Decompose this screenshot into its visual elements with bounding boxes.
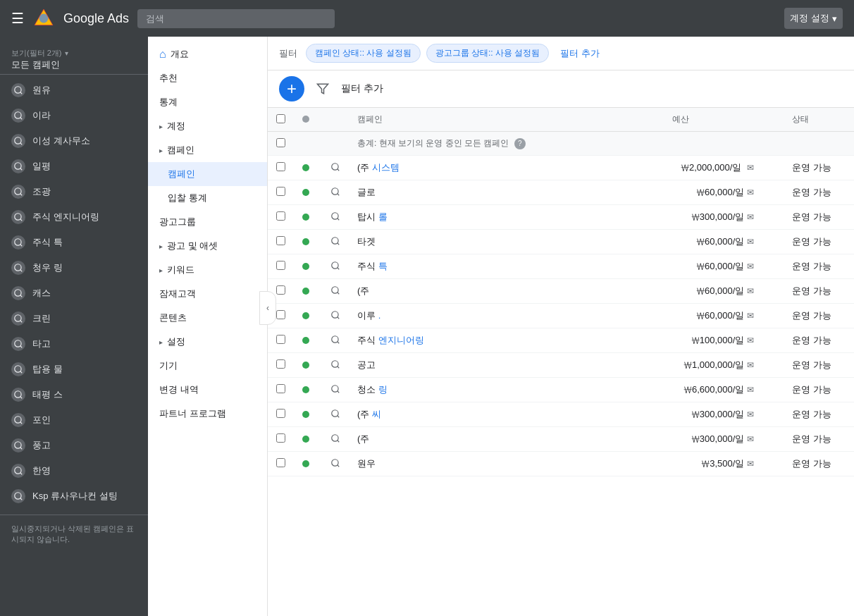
sec-sidebar-item-recommend[interactable]: 추천 [148, 66, 267, 90]
state-cell: 운영 가능 [784, 156, 854, 180]
sidebar-item-typhoon[interactable]: 태평 스 [0, 382, 148, 407]
row-checkbox[interactable] [276, 285, 285, 295]
campaign-link[interactable]: 링 [378, 384, 388, 395]
sidebar-item-label: 일평 [32, 160, 137, 173]
add-filter-button[interactable]: 필터 추가 [555, 44, 605, 63]
sidebar-item-cast[interactable]: 캐스 [0, 281, 148, 306]
campaigns-table: 캠페인 예산 상태 총계: 현재 보기의 운영 중인 모든 캠페인 ? [268, 108, 854, 476]
sec-sidebar-item-history[interactable]: 변경 내역 [148, 378, 267, 402]
sec-sidebar-item-content[interactable]: 콘텐츠 [148, 306, 267, 330]
table-row: 이루 . ₩60,000/일 ✉ 운영 가능 [268, 304, 854, 328]
add-campaign-button[interactable]: + [279, 76, 304, 101]
sec-sidebar-item-settings[interactable]: ▸설정 [148, 330, 267, 354]
search-icon [330, 310, 340, 320]
sidebar-item-stock1[interactable]: 주식 엔지니어링 [0, 204, 148, 230]
row-checkbox[interactable] [276, 211, 285, 221]
sec-sidebar-item-overview[interactable]: ⌂개요 [148, 42, 267, 66]
table-row: (주 ₩60,000/일 ✉ 운영 가능 [268, 279, 854, 304]
row-checkbox[interactable] [276, 384, 285, 393]
account-button[interactable]: 계정 설정 ▾ [784, 8, 843, 29]
sec-sidebar-label: 키워드 [167, 264, 194, 276]
sidebar-item-hankuk[interactable]: 한영 [0, 458, 148, 483]
campaign-link[interactable]: 엔지니어링 [378, 335, 424, 345]
th-campaign-name: 캠페인 [349, 108, 664, 132]
campaign-link[interactable]: 롤 [378, 211, 388, 222]
collapse-sidebar-button[interactable]: ‹ [259, 291, 276, 325]
sec-sidebar-item-device[interactable]: 기기 [148, 354, 267, 378]
row-checkbox[interactable] [276, 310, 285, 319]
row-checkbox[interactable] [276, 162, 285, 171]
campaign-name: (주 시스템 [349, 156, 664, 180]
app-title: Google Ads [63, 11, 129, 26]
campaign-link[interactable]: . [378, 310, 381, 321]
sidebar-item-tap[interactable]: 탑용 물 [0, 357, 148, 382]
sec-sidebar-item-ad-group[interactable]: 광고그룹 [148, 210, 267, 234]
sec-sidebar-item-ad-asset[interactable]: ▸광고 및 애셋 [148, 234, 267, 258]
filter-chip-campaign-status[interactable]: 캠페인 상태:: 사용 설정됨 [306, 44, 421, 63]
sec-sidebar-item-account[interactable]: ▸계정 [148, 114, 267, 138]
search-input[interactable] [137, 9, 335, 28]
row-checkbox[interactable] [276, 236, 285, 245]
campaign-name: 원우 [349, 452, 664, 476]
sec-sidebar-item-campaign-sub[interactable]: 캠페인 [148, 162, 267, 186]
budget-cell: ₩60,000/일 ✉ [664, 254, 762, 279]
filter-button[interactable] [310, 76, 335, 101]
sidebar-item-clean[interactable]: 크린 [0, 306, 148, 331]
sidebar-item-schedule[interactable]: 일평 [0, 154, 148, 179]
sec-sidebar-label: 기기 [159, 359, 178, 372]
campaign-link[interactable]: 시스템 [372, 162, 400, 173]
summary-help-icon[interactable]: ? [514, 138, 526, 149]
sidebar-item-stock2[interactable]: 주식 특 [0, 230, 148, 255]
search-icon [330, 285, 340, 295]
row-checkbox[interactable] [276, 187, 285, 196]
svg-point-7 [15, 137, 21, 144]
sidebar-item-label: 원유 [32, 84, 137, 97]
svg-line-12 [20, 194, 23, 196]
sidebar-item-account[interactable]: 이성 계사무소 [0, 128, 148, 154]
svg-line-24 [20, 346, 23, 348]
row-checkbox[interactable] [276, 261, 285, 270]
mail-icon: ✉ [747, 163, 754, 173]
sidebar-item-target[interactable]: 타고 [0, 331, 148, 357]
sidebar-item-point[interactable]: 포인 [0, 407, 148, 433]
svg-line-28 [20, 397, 23, 399]
sec-sidebar-item-bid-stats[interactable]: 입찰 통계 [148, 186, 267, 210]
sec-sidebar-item-stats[interactable]: 통계 [148, 90, 267, 114]
mail-icon: ✉ [747, 434, 754, 444]
row-checkbox[interactable] [276, 433, 285, 443]
svg-line-45 [338, 242, 340, 245]
filter-chip-adgroup-status[interactable]: 광고그룹 상태:: 사용 설정됨 [426, 44, 550, 63]
status-dot [302, 288, 309, 295]
sidebar-item-recommend[interactable]: 이라 [0, 103, 148, 128]
sidebar-view-toggle[interactable]: 보기(필터 2개) ▾ [11, 48, 137, 58]
summary-checkbox[interactable] [276, 138, 285, 147]
sidebar-item-overview[interactable]: 원유 [0, 78, 148, 103]
status-dot [302, 411, 309, 418]
row-checkbox[interactable] [276, 359, 285, 369]
campaign-link[interactable]: 특 [378, 261, 388, 271]
select-all-checkbox[interactable] [276, 114, 285, 123]
sec-sidebar-item-campaign[interactable]: ▸캠페인 [148, 138, 267, 162]
sidebar-item-wind[interactable]: 풍고 [0, 433, 148, 458]
campaign-name: 공고 [349, 353, 664, 378]
status-dot [302, 337, 309, 344]
row-checkbox[interactable] [276, 409, 285, 418]
campaign-link[interactable]: 씨 [372, 409, 381, 419]
sidebar-item-request[interactable]: 청우 링 [0, 255, 148, 281]
sec-sidebar-item-partner[interactable]: 파트너 프로그램 [148, 402, 267, 426]
svg-point-27 [15, 391, 21, 398]
row-checkbox[interactable] [276, 335, 285, 344]
row-checkbox[interactable] [276, 458, 285, 467]
svg-point-35 [15, 493, 21, 499]
mail-icon: ✉ [747, 335, 754, 345]
sidebar-item-icon [11, 362, 25, 376]
svg-point-60 [332, 434, 338, 441]
sec-sidebar-item-keyword[interactable]: ▸키워드 [148, 258, 267, 282]
state-cell: 운영 가능 [784, 402, 854, 427]
sec-sidebar-label: 캠페인 [168, 168, 195, 180]
sec-sidebar-item-audience[interactable]: 잠재고객 [148, 282, 267, 306]
sidebar-item-icon [11, 337, 25, 351]
menu-icon[interactable]: ☰ [11, 10, 24, 27]
sidebar-item-control[interactable]: 조광 [0, 179, 148, 204]
sidebar-item-ksp[interactable]: Ksp 류사우나컨 설팅 [0, 483, 148, 509]
